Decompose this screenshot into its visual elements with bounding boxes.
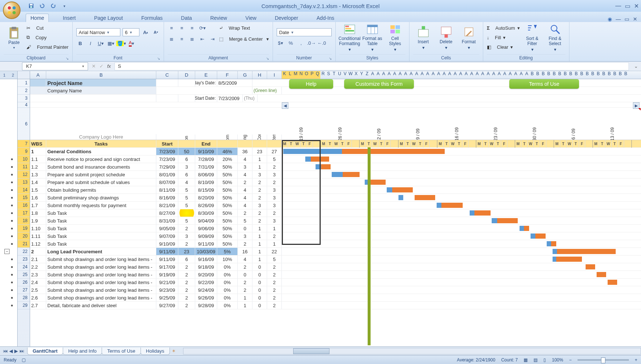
cell[interactable]: 9/24/09 <box>195 286 217 294</box>
autosum-button[interactable]: Σ AutoSum▾ <box>487 23 520 32</box>
col-header-gantt[interactable]: B <box>579 71 584 79</box>
cell[interactable]: 9/21/09 <box>156 279 178 286</box>
col-header-gantt[interactable]: A <box>381 71 386 79</box>
cell[interactable]: Receive notice to proceed and sign contr… <box>46 155 156 163</box>
cell[interactable]: Long Lead Procurement <box>46 248 156 255</box>
tab-developer[interactable]: Developer <box>270 14 303 22</box>
cell[interactable]: 2 <box>267 163 282 170</box>
row-header[interactable]: 22 <box>18 248 30 255</box>
view-layout-icon[interactable]: ▤ <box>533 357 538 363</box>
col-header-gantt[interactable]: B <box>590 71 596 79</box>
cell[interactable]: 2.3 <box>30 271 46 278</box>
cell[interactable]: 3 <box>252 202 267 209</box>
cell[interactable]: 50% <box>217 179 238 186</box>
cell[interactable]: 8/31/09 <box>156 217 178 224</box>
next-sheet-icon[interactable]: ▶ <box>14 348 18 354</box>
enter-formula-icon[interactable]: ✓ <box>99 63 103 69</box>
cell[interactable]: 50% <box>217 194 238 201</box>
cut-button[interactable]: ✂ Cut <box>26 23 69 32</box>
col-header-gantt[interactable]: Q <box>315 71 320 79</box>
cell[interactable]: Sub Task <box>46 232 156 240</box>
undo-icon[interactable] <box>39 3 45 9</box>
cell[interactable]: 2 <box>252 209 267 217</box>
cell[interactable]: 23 <box>178 248 195 255</box>
cell[interactable]: 1 <box>252 240 267 247</box>
cell[interactable]: 5 <box>178 186 195 194</box>
cell[interactable]: 50% <box>217 186 238 194</box>
cell[interactable]: 1 <box>30 148 46 155</box>
col-header-gantt[interactable]: A <box>474 71 480 79</box>
col-header-gantt[interactable]: B <box>584 71 590 79</box>
cell[interactable]: 50% <box>217 225 238 232</box>
cell[interactable]: 8/30/09 <box>195 209 217 217</box>
cell[interactable]: 10/03/09 <box>195 248 217 255</box>
row-header[interactable]: 11 <box>18 163 30 171</box>
cell[interactable]: 23 <box>252 148 267 155</box>
cell-styles-button[interactable]: Cell Styles▾ <box>385 23 405 52</box>
align-center-icon[interactable]: ≡ <box>178 35 186 43</box>
zoom-out-icon[interactable]: − <box>569 357 572 363</box>
align-middle-icon[interactable]: ≡ <box>178 24 186 32</box>
cell[interactable]: 3 <box>252 171 267 178</box>
outline-column-levels[interactable]: 12 <box>0 71 18 79</box>
inc-decimal-icon[interactable]: .0→ <box>307 39 316 47</box>
cell[interactable]: Submit shop drawings and order long lead… <box>46 263 156 271</box>
cell[interactable]: 4 <box>238 255 252 263</box>
cell[interactable]: 2 <box>252 194 267 201</box>
col-header-gantt[interactable]: A <box>414 71 419 79</box>
cell[interactable]: 2 <box>30 248 46 255</box>
col-header-H[interactable]: H <box>252 71 267 79</box>
align-bottom-icon[interactable]: ≡ <box>188 24 196 32</box>
cell[interactable]: Submit shop drawings and order long lead… <box>46 271 156 278</box>
col-header-gantt[interactable]: B <box>612 71 618 79</box>
cell[interactable]: 9/26/09 <box>195 294 217 301</box>
cell[interactable]: 2.2 <box>30 263 46 271</box>
data-row[interactable]: 1.7Submit monthly requests for payment8/… <box>30 202 641 209</box>
row-header[interactable]: 4 <box>18 102 30 108</box>
italic-icon[interactable]: I <box>87 39 95 47</box>
format-painter-button[interactable]: 🖌 Format Painter <box>26 43 69 51</box>
cell[interactable]: 2 <box>267 302 282 309</box>
cell[interactable]: 1 <box>267 240 282 247</box>
row-header[interactable]: 27 <box>18 286 30 294</box>
cell[interactable]: 1.6 <box>30 194 46 201</box>
cell[interactable]: 1 <box>252 155 267 163</box>
find-select-button[interactable]: Find & Select▾ <box>545 23 565 52</box>
dec-indent-icon[interactable]: ⇤ <box>199 35 207 43</box>
format-as-table-button[interactable]: Format as Table▾ <box>362 23 383 52</box>
cell[interactable]: 1.12 <box>30 240 46 247</box>
col-header-gantt[interactable]: O <box>304 71 309 79</box>
col-header-gantt[interactable]: B <box>529 71 535 79</box>
col-header-gantt[interactable]: B <box>596 71 601 79</box>
tab-home[interactable]: Home <box>26 14 49 22</box>
col-header-gantt[interactable]: A <box>370 71 375 79</box>
cell[interactable]: 1 <box>252 255 267 263</box>
zoom-slider[interactable] <box>578 359 629 361</box>
worksheet-grid[interactable]: − 12346791011121314151617181920212223242… <box>0 79 641 346</box>
cell[interactable]: 2 <box>267 294 282 301</box>
cell[interactable]: General Conditions <box>46 148 156 155</box>
cell[interactable]: 9/07/09 <box>156 232 178 240</box>
row-header[interactable]: 28 <box>18 294 30 302</box>
currency-icon[interactable]: $▾ <box>277 39 285 47</box>
cell[interactable]: 0% <box>217 302 238 309</box>
cell[interactable]: 1.10 <box>30 225 46 232</box>
cell[interactable]: 9/23/09 <box>156 286 178 294</box>
col-header-gantt[interactable]: A <box>507 71 513 79</box>
col-header-gantt[interactable]: B <box>607 71 612 79</box>
cell[interactable]: 7/23/09 <box>156 155 178 163</box>
cell[interactable]: Submit shop drawings and order long lead… <box>46 255 156 263</box>
select-all-corner[interactable] <box>18 71 30 79</box>
cell[interactable]: Obtain building permits <box>46 186 156 194</box>
fx-icon[interactable]: fx <box>107 63 111 69</box>
row-header[interactable]: 18 <box>18 217 30 225</box>
col-header-gantt[interactable]: A <box>419 71 425 79</box>
col-header-gantt[interactable]: B <box>618 71 623 79</box>
cell[interactable]: 0% <box>217 294 238 301</box>
cell[interactable]: 0 <box>252 302 267 309</box>
row-header[interactable]: 10 <box>18 155 30 163</box>
cell[interactable]: 0 <box>238 225 252 232</box>
maximize-button[interactable]: ▭ <box>625 3 630 10</box>
formula-input[interactable]: S <box>114 62 629 70</box>
cell[interactable]: 2 <box>178 279 195 286</box>
